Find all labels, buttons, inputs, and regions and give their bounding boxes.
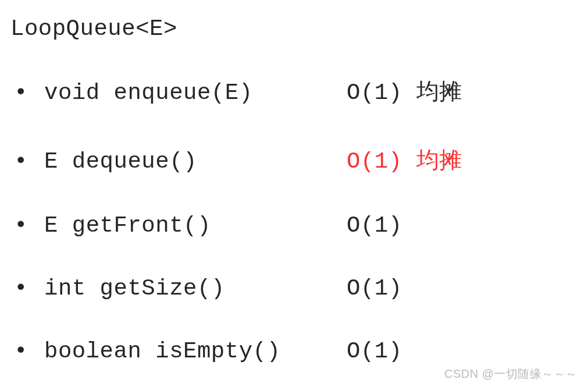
method-row: • int getSize() O(1) <box>10 276 578 302</box>
method-row: • E dequeue() O(1) 均摊 <box>10 144 578 176</box>
complexity-label: O(1) 均摊 <box>347 144 462 176</box>
complexity-label: O(1) <box>347 276 402 302</box>
complexity-label: O(1) 均摊 <box>347 76 462 107</box>
method-signature: E dequeue() <box>44 149 347 175</box>
complexity-label: O(1) <box>347 213 402 239</box>
method-list: • void enqueue(E) O(1) 均摊 • E dequeue() … <box>10 76 578 364</box>
method-row: • E getFront() O(1) <box>10 213 578 239</box>
method-signature: E getFront() <box>44 213 347 239</box>
method-signature: int getSize() <box>44 276 347 302</box>
bullet-icon: • <box>10 276 44 302</box>
method-row: • void enqueue(E) O(1) 均摊 <box>10 76 578 107</box>
bullet-icon: • <box>10 213 44 239</box>
bullet-icon: • <box>10 339 44 364</box>
complexity-label: O(1) <box>347 339 402 364</box>
watermark-text: CSDN @一切随缘～～～ <box>444 366 578 382</box>
method-row: • boolean isEmpty() O(1) <box>10 339 578 364</box>
class-title: LoopQueue<E> <box>10 16 578 42</box>
method-signature: boolean isEmpty() <box>44 339 347 364</box>
bullet-icon: • <box>10 149 44 175</box>
method-signature: void enqueue(E) <box>44 80 347 106</box>
bullet-icon: • <box>10 80 44 106</box>
